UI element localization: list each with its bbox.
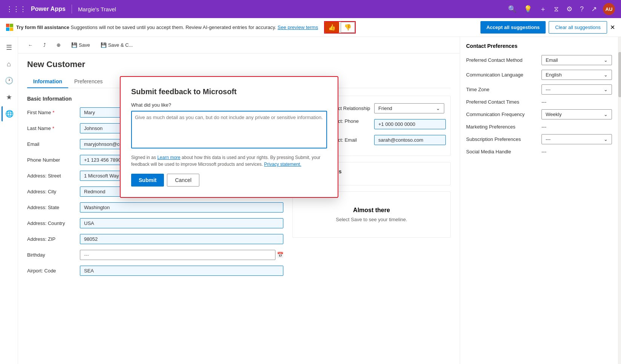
- modal-overlay: Submit feedback to Microsoft What did yo…: [18, 54, 460, 364]
- notification-bar: Try form fill assistance Suggestions wil…: [0, 18, 621, 37]
- social-row: Social Media Handle ---: [466, 149, 612, 154]
- scrollbar-track: [618, 37, 621, 364]
- back-icon: ←: [28, 42, 33, 48]
- method-select[interactable]: Email ⌄: [541, 55, 612, 65]
- method-row: Preferred Contact Method Email ⌄: [466, 55, 612, 65]
- app-name: Margie's Travel: [78, 6, 116, 12]
- subscription-row: Subscription Preferences --- ⌄: [466, 134, 612, 144]
- feedback-modal: Submit feedback to Microsoft What did yo…: [120, 76, 338, 198]
- frequency-select[interactable]: Weekly ⌄: [541, 109, 612, 119]
- restore-icon: ⤴: [43, 42, 46, 48]
- help-icon[interactable]: ?: [580, 5, 584, 13]
- notif-strong: Try form fill assistance: [16, 24, 69, 30]
- contact-times-label: Preferred Contact Times: [466, 99, 541, 105]
- language-select[interactable]: English ⌄: [541, 70, 612, 80]
- restore-button[interactable]: ⤴: [40, 40, 50, 50]
- notif-close-icon[interactable]: ✕: [610, 21, 615, 34]
- apps-grid-icon[interactable]: ⋮⋮⋮: [6, 5, 26, 13]
- signed-in-prefix: Signed in as: [131, 155, 156, 160]
- user-avatar[interactable]: AU: [603, 3, 615, 15]
- search-icon[interactable]: 🔍: [508, 5, 516, 13]
- save-close-button[interactable]: 💾 Save & C...: [97, 40, 137, 50]
- scrollbar-thumb[interactable]: [618, 52, 621, 97]
- learn-more-link[interactable]: Learn more: [157, 155, 180, 160]
- frequency-row: Communication Frequency Weekly ⌄: [466, 109, 612, 119]
- sidebar: ☰ ⌂ 🕐 ★ 🌐: [0, 37, 18, 364]
- brand-name: Power Apps: [31, 6, 66, 12]
- timezone-chevron-icon: ⌄: [604, 87, 608, 92]
- privacy-link[interactable]: Privacy statement.: [264, 162, 301, 167]
- marketing-row: Marketing Preferences ---: [466, 124, 612, 130]
- subscription-label: Subscription Preferences: [466, 136, 541, 142]
- sidebar-icon-pinned[interactable]: ★: [2, 90, 17, 105]
- contact-prefs-title: Contact Preferences: [466, 43, 612, 49]
- social-value: ---: [541, 149, 612, 154]
- timezone-select[interactable]: --- ⌄: [541, 84, 612, 95]
- content-area: ← ⤴ ⊕ 💾 Save 💾 Save & C... New Customer …: [18, 37, 460, 364]
- method-label: Preferred Contact Method: [466, 57, 541, 63]
- right-panel: Contact Preferences Preferred Contact Me…: [460, 37, 618, 364]
- sidebar-icon-menu[interactable]: ☰: [2, 40, 17, 55]
- language-chevron-icon: ⌄: [604, 72, 608, 78]
- contact-times-row: Preferred Contact Times ---: [466, 99, 612, 105]
- toolbar: ← ⤴ ⊕ 💾 Save 💾 Save & C...: [18, 37, 460, 54]
- subscription-value: ---: [546, 136, 551, 142]
- copy-icon: ⊕: [57, 42, 61, 48]
- topbar: ⋮⋮⋮ Power Apps Margie's Travel 🔍 💡 ＋ ⧖ ⚙…: [0, 0, 621, 18]
- thumbs-down-button[interactable]: 👎: [341, 22, 355, 33]
- save-label: Save: [79, 42, 90, 48]
- modal-actions: Submit Cancel: [131, 174, 327, 187]
- filter-icon[interactable]: ⧖: [554, 5, 559, 13]
- form-area: New Customer Information Preferences Bas…: [18, 54, 460, 364]
- thumbs-up-button[interactable]: 👍: [325, 22, 339, 33]
- modal-question: What did you like?: [131, 102, 327, 108]
- marketing-label: Marketing Preferences: [466, 124, 541, 130]
- marketing-value: ---: [541, 124, 612, 130]
- back-button[interactable]: ←: [24, 40, 37, 50]
- frequency-chevron-icon: ⌄: [604, 112, 608, 117]
- method-value: Email: [546, 57, 558, 63]
- feedback-thumbs: 👍 👎: [324, 21, 356, 34]
- microsoft-logo: [6, 24, 13, 31]
- language-value: English: [546, 72, 562, 78]
- main-layout: ☰ ⌂ 🕐 ★ 🌐 ← ⤴ ⊕ 💾 Save 💾 Save & C...: [0, 37, 621, 364]
- right-panel-wrapper: Contact Preferences Preferred Contact Me…: [460, 37, 621, 364]
- subscription-chevron-icon: ⌄: [604, 136, 608, 142]
- notif-actions: Accept all suggestions Clear all suggest…: [480, 21, 615, 34]
- submit-button[interactable]: Submit: [131, 174, 164, 187]
- save-button[interactable]: 💾 Save: [67, 40, 94, 50]
- copy-button[interactable]: ⊕: [53, 40, 64, 50]
- add-icon[interactable]: ＋: [540, 5, 546, 14]
- save-close-icon: 💾: [101, 42, 107, 48]
- save-icon: 💾: [71, 42, 77, 48]
- contact-times-value: ---: [541, 99, 612, 105]
- idea-icon[interactable]: 💡: [524, 5, 532, 13]
- cancel-button[interactable]: Cancel: [167, 174, 199, 187]
- sidebar-icon-data[interactable]: 🌐: [2, 106, 17, 121]
- notif-sub-text: Suggestions will not be saved until you …: [71, 24, 276, 30]
- frequency-label: Communication Frequency: [466, 112, 541, 117]
- remote-icon[interactable]: ↗: [591, 5, 597, 13]
- sidebar-icon-recent[interactable]: 🕐: [2, 73, 17, 88]
- sidebar-icon-home[interactable]: ⌂: [2, 57, 17, 72]
- frequency-value: Weekly: [546, 112, 561, 117]
- save-close-label: Save & C...: [108, 42, 133, 48]
- settings-icon[interactable]: ⚙: [566, 5, 572, 13]
- feedback-textarea[interactable]: [131, 111, 327, 148]
- timezone-row: Time Zone --- ⌄: [466, 84, 612, 95]
- topbar-separator: [72, 5, 72, 14]
- accept-all-button[interactable]: Accept all suggestions: [480, 21, 546, 34]
- subscription-select[interactable]: --- ⌄: [541, 134, 612, 144]
- timezone-value: ---: [546, 87, 551, 92]
- clear-all-button[interactable]: Clear all suggestions: [549, 21, 607, 34]
- language-label: Communication Language: [466, 72, 541, 78]
- language-row: Communication Language English ⌄: [466, 70, 612, 80]
- social-label: Social Media Handle: [466, 149, 541, 154]
- preview-terms-link[interactable]: See preview terms: [277, 24, 318, 30]
- modal-title: Submit feedback to Microsoft: [131, 87, 327, 96]
- notif-main-text: Try form fill assistance Suggestions wil…: [16, 24, 318, 30]
- modal-footer: Signed in as Learn more about how this d…: [131, 154, 327, 168]
- method-chevron-icon: ⌄: [604, 57, 608, 63]
- timezone-label: Time Zone: [466, 87, 541, 92]
